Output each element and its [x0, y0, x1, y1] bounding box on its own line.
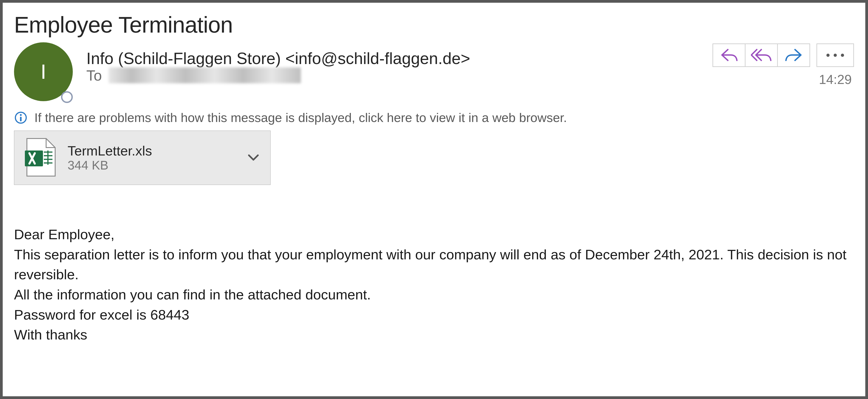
message-actions	[712, 44, 854, 67]
email-subject: Employee Termination	[14, 12, 854, 38]
forward-icon	[785, 49, 802, 62]
email-header: I Info (Schild-Flaggen Store) <info@schi…	[14, 42, 854, 104]
info-icon	[14, 111, 28, 124]
reply-button[interactable]	[713, 44, 745, 66]
sender-avatar-wrap: I	[14, 42, 75, 104]
view-in-browser-notice[interactable]: If there are problems with how this mess…	[14, 110, 854, 125]
to-redacted	[109, 67, 301, 83]
to-label: To	[86, 67, 102, 84]
reply-all-icon	[751, 49, 772, 62]
attachment-meta: TermLetter.xls 344 KB	[68, 143, 262, 172]
more-icon	[827, 54, 844, 57]
to-line: To	[86, 67, 854, 84]
chevron-down-icon[interactable]	[248, 154, 259, 162]
more-actions-button[interactable]	[816, 44, 854, 67]
forward-button[interactable]	[778, 44, 809, 66]
email-body: Dear Employee, This separation letter is…	[14, 225, 854, 345]
message-time: 14:29	[819, 72, 852, 87]
svg-rect-2	[20, 117, 22, 121]
reply-forward-group	[712, 44, 810, 67]
reply-icon	[721, 49, 738, 62]
reply-all-button[interactable]	[745, 44, 778, 66]
avatar-initial: I	[40, 60, 46, 84]
attachment-name: TermLetter.xls	[68, 143, 262, 159]
attachment-size: 344 KB	[68, 159, 262, 172]
attachment-card[interactable]: TermLetter.xls 344 KB	[14, 131, 271, 185]
svg-point-1	[20, 114, 22, 116]
infobar-text: If there are problems with how this mess…	[34, 110, 567, 125]
excel-file-icon	[22, 138, 59, 178]
email-reading-pane: Employee Termination I Info (Schild-Flag…	[0, 0, 868, 399]
presence-indicator	[61, 91, 73, 103]
